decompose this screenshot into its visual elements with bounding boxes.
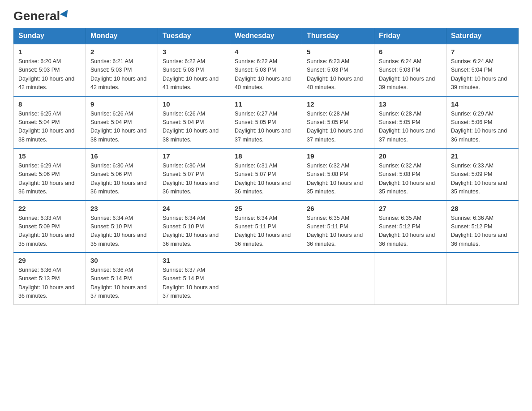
sunset-label: Sunset: 5:05 PM: [235, 119, 276, 125]
sunrise-label: Sunrise: 6:26 AM: [163, 111, 205, 117]
sunrise-label: Sunrise: 6:30 AM: [163, 163, 205, 169]
day-number: 24: [163, 205, 225, 212]
sunrise-label: Sunrise: 6:30 AM: [90, 163, 133, 169]
day-number: 10: [163, 100, 225, 108]
daylight-label: Daylight: 10 hours and 36 minutes.: [451, 232, 507, 247]
daylight-label: Daylight: 10 hours and 35 minutes.: [307, 180, 363, 195]
sunset-label: Sunset: 5:14 PM: [163, 275, 204, 282]
sunrise-label: Sunrise: 6:36 AM: [18, 267, 61, 273]
day-info: Sunrise: 6:37 AM Sunset: 5:14 PM Dayligh…: [163, 266, 225, 301]
day-info: Sunrise: 6:21 AM Sunset: 5:03 PM Dayligh…: [90, 57, 153, 92]
daylight-label: Daylight: 10 hours and 36 minutes.: [235, 232, 291, 247]
day-number: 30: [90, 257, 153, 264]
sunset-label: Sunset: 5:03 PM: [90, 67, 132, 73]
day-number: 23: [90, 205, 153, 212]
daylight-label: Daylight: 10 hours and 35 minutes.: [90, 232, 146, 247]
sunset-label: Sunset: 5:10 PM: [163, 223, 204, 230]
calendar-cell: 23 Sunrise: 6:34 AM Sunset: 5:10 PM Dayl…: [86, 201, 158, 253]
sunset-label: Sunset: 5:04 PM: [90, 119, 132, 125]
calendar-cell: 13 Sunrise: 6:28 AM Sunset: 5:05 PM Dayl…: [374, 96, 446, 149]
sunset-label: Sunset: 5:03 PM: [18, 67, 60, 73]
calendar-cell: 9 Sunrise: 6:26 AM Sunset: 5:04 PM Dayli…: [86, 96, 158, 149]
calendar-cell: 18 Sunrise: 6:31 AM Sunset: 5:07 PM Dayl…: [230, 148, 302, 201]
logo-arrow-icon: [60, 10, 71, 20]
calendar-cell: 15 Sunrise: 6:29 AM Sunset: 5:06 PM Dayl…: [14, 148, 86, 201]
calendar-cell: 24 Sunrise: 6:34 AM Sunset: 5:10 PM Dayl…: [158, 201, 230, 253]
calendar-week-row: 15 Sunrise: 6:29 AM Sunset: 5:06 PM Dayl…: [14, 148, 519, 201]
day-number: 29: [18, 257, 81, 264]
sunset-label: Sunset: 5:06 PM: [451, 119, 492, 125]
day-number: 2: [90, 48, 153, 56]
day-info: Sunrise: 6:26 AM Sunset: 5:04 PM Dayligh…: [90, 110, 153, 145]
sunrise-label: Sunrise: 6:36 AM: [90, 267, 133, 273]
day-info: Sunrise: 6:24 AM Sunset: 5:04 PM Dayligh…: [451, 57, 514, 92]
calendar-cell: [374, 253, 446, 304]
calendar-cell: 21 Sunrise: 6:33 AM Sunset: 5:09 PM Dayl…: [446, 148, 519, 201]
day-info: Sunrise: 6:24 AM Sunset: 5:03 PM Dayligh…: [379, 57, 442, 92]
calendar-cell: [230, 253, 302, 304]
sunset-label: Sunset: 5:04 PM: [18, 119, 60, 125]
calendar-cell: 8 Sunrise: 6:25 AM Sunset: 5:04 PM Dayli…: [14, 96, 86, 149]
sunrise-label: Sunrise: 6:26 AM: [90, 111, 133, 117]
sunrise-label: Sunrise: 6:32 AM: [307, 163, 349, 169]
day-info: Sunrise: 6:36 AM Sunset: 5:14 PM Dayligh…: [90, 266, 153, 301]
calendar-cell: [302, 253, 374, 304]
calendar-cell: 16 Sunrise: 6:30 AM Sunset: 5:06 PM Dayl…: [86, 148, 158, 201]
calendar-cell: 19 Sunrise: 6:32 AM Sunset: 5:08 PM Dayl…: [302, 148, 374, 201]
daylight-label: Daylight: 10 hours and 39 minutes.: [451, 76, 507, 90]
sunrise-label: Sunrise: 6:21 AM: [90, 58, 133, 64]
daylight-label: Daylight: 10 hours and 41 minutes.: [163, 76, 219, 90]
sunset-label: Sunset: 5:08 PM: [379, 171, 420, 177]
sunrise-label: Sunrise: 6:28 AM: [307, 111, 349, 117]
day-number: 7: [451, 48, 514, 56]
day-info: Sunrise: 6:22 AM Sunset: 5:03 PM Dayligh…: [235, 57, 297, 92]
day-of-week-header: Thursday: [302, 28, 374, 44]
day-number: 3: [163, 48, 225, 56]
day-info: Sunrise: 6:23 AM Sunset: 5:03 PM Dayligh…: [307, 57, 369, 92]
sunset-label: Sunset: 5:07 PM: [235, 171, 276, 177]
sunrise-label: Sunrise: 6:35 AM: [307, 215, 349, 221]
sunset-label: Sunset: 5:14 PM: [90, 275, 132, 282]
day-number: 26: [307, 205, 369, 212]
daylight-label: Daylight: 10 hours and 37 minutes.: [90, 284, 146, 299]
day-info: Sunrise: 6:35 AM Sunset: 5:11 PM Dayligh…: [307, 214, 369, 249]
day-number: 5: [307, 48, 369, 56]
calendar-cell: 1 Sunrise: 6:20 AM Sunset: 5:03 PM Dayli…: [14, 44, 86, 96]
day-info: Sunrise: 6:28 AM Sunset: 5:05 PM Dayligh…: [307, 110, 369, 145]
day-number: 14: [451, 100, 514, 108]
sunrise-label: Sunrise: 6:29 AM: [18, 163, 61, 169]
daylight-label: Daylight: 10 hours and 36 minutes.: [18, 180, 74, 195]
logo: General: [13, 9, 70, 23]
daylight-label: Daylight: 10 hours and 37 minutes.: [307, 128, 363, 142]
calendar-week-row: 22 Sunrise: 6:33 AM Sunset: 5:09 PM Dayl…: [14, 201, 519, 253]
day-number: 11: [235, 100, 297, 108]
day-number: 27: [379, 205, 442, 212]
day-info: Sunrise: 6:28 AM Sunset: 5:05 PM Dayligh…: [379, 110, 442, 145]
sunset-label: Sunset: 5:06 PM: [18, 171, 60, 177]
calendar-cell: 3 Sunrise: 6:22 AM Sunset: 5:03 PM Dayli…: [158, 44, 230, 96]
daylight-label: Daylight: 10 hours and 37 minutes.: [379, 128, 435, 142]
sunrise-label: Sunrise: 6:34 AM: [163, 215, 205, 221]
day-number: 1: [18, 48, 81, 56]
calendar-week-row: 8 Sunrise: 6:25 AM Sunset: 5:04 PM Dayli…: [14, 96, 519, 149]
sunrise-label: Sunrise: 6:22 AM: [163, 58, 205, 64]
day-number: 21: [451, 152, 514, 160]
daylight-label: Daylight: 10 hours and 39 minutes.: [379, 76, 435, 90]
calendar-cell: 29 Sunrise: 6:36 AM Sunset: 5:13 PM Dayl…: [14, 253, 86, 304]
sunrise-label: Sunrise: 6:37 AM: [163, 267, 205, 273]
calendar-cell: 20 Sunrise: 6:32 AM Sunset: 5:08 PM Dayl…: [374, 148, 446, 201]
day-of-week-header: Friday: [374, 28, 446, 44]
daylight-label: Daylight: 10 hours and 40 minutes.: [235, 76, 291, 90]
day-number: 9: [90, 100, 153, 108]
day-info: Sunrise: 6:22 AM Sunset: 5:03 PM Dayligh…: [163, 57, 225, 92]
page-header: General: [13, 9, 519, 23]
sunrise-label: Sunrise: 6:34 AM: [90, 215, 133, 221]
daylight-label: Daylight: 10 hours and 36 minutes.: [307, 232, 363, 247]
sunset-label: Sunset: 5:07 PM: [163, 171, 204, 177]
day-number: 12: [307, 100, 369, 108]
daylight-label: Daylight: 10 hours and 36 minutes.: [18, 284, 74, 299]
daylight-label: Daylight: 10 hours and 37 minutes.: [163, 284, 219, 299]
daylight-label: Daylight: 10 hours and 36 minutes.: [379, 232, 435, 247]
sunset-label: Sunset: 5:12 PM: [379, 223, 420, 230]
sunset-label: Sunset: 5:03 PM: [307, 67, 348, 73]
